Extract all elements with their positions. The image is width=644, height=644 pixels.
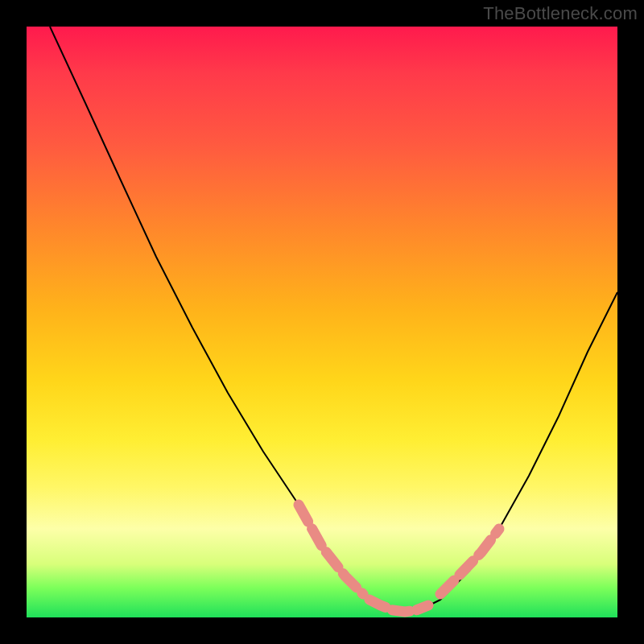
bottleneck-curve <box>27 27 617 617</box>
curve-path <box>50 27 617 612</box>
chart-frame: TheBottleneck.com <box>0 0 644 644</box>
highlight-bottom <box>369 600 428 612</box>
highlight-left <box>299 505 363 594</box>
plot-area <box>27 27 617 617</box>
watermark-text: TheBottleneck.com <box>483 3 638 24</box>
highlight-right <box>440 529 499 594</box>
